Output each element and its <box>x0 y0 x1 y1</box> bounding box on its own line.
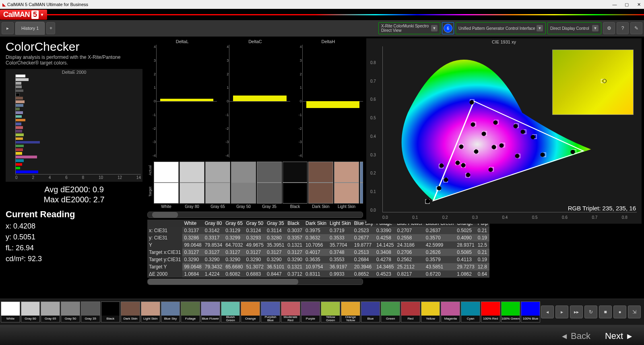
swatch-cell[interactable]: Gray 50 <box>231 162 256 212</box>
swatch-cell[interactable]: Gray 80 <box>180 162 204 212</box>
left-column: ColorChecker Display analysis is perform… <box>0 37 146 299</box>
palette-item[interactable]: Bluish Green <box>221 301 240 322</box>
cell: 0.2558 <box>396 234 424 241</box>
palette-item[interactable]: Blue <box>361 301 380 322</box>
cie-point <box>482 132 486 136</box>
tick: 0.8 <box>622 215 627 220</box>
palette-item[interactable]: Red <box>401 301 420 322</box>
palette-item[interactable]: Yellow <box>421 301 440 322</box>
export-button[interactable]: ⇲ <box>628 306 641 318</box>
cell: 1.0862 <box>455 270 476 278</box>
swatch-cell[interactable]: Gray 35 <box>257 162 282 212</box>
de2000-bar <box>16 97 23 100</box>
record-button[interactable]: ● <box>613 306 626 318</box>
swatch-cell[interactable]: Light Skin <box>334 162 359 212</box>
help-button[interactable]: ? <box>617 22 629 34</box>
source-combo[interactable]: X-Rite ColorMunki SpectroDirect View ▼ <box>378 22 440 34</box>
tick: 0.7 <box>592 215 597 220</box>
palette-item[interactable]: Blue Flower <box>201 301 220 322</box>
cell: 42.5999 <box>424 241 455 249</box>
play-button[interactable]: ▸ <box>555 306 568 318</box>
cell: 0.2684 <box>353 256 375 263</box>
palette-item[interactable]: 100% Red <box>481 301 500 322</box>
palette-item[interactable]: Purple <box>301 301 320 322</box>
cell: 49.9675 <box>245 241 265 249</box>
swatch-actual <box>180 162 204 183</box>
palette-item[interactable]: Gray 35 <box>81 301 100 322</box>
chevron-down-icon: ▼ <box>40 12 44 17</box>
tick: 6 <box>65 175 68 182</box>
tick: 3 <box>149 58 156 62</box>
palette-item[interactable]: Moderate Red <box>281 301 300 322</box>
palette-item[interactable]: Gray 50 <box>61 301 80 322</box>
deltaH-chart: DeltaH 43210-1-2-3-4 <box>293 38 363 159</box>
app-logo[interactable]: CalMAN5 ▼ <box>0 10 47 20</box>
cie-point <box>426 199 430 203</box>
palette-item[interactable]: Green <box>381 301 400 322</box>
palette-item[interactable]: Black <box>101 301 120 322</box>
maximize-button[interactable]: ▢ <box>624 2 630 7</box>
cell: 0.3579 <box>424 256 455 263</box>
prev-button[interactable]: ◂ <box>541 306 554 318</box>
minimize-button[interactable]: — <box>612 2 617 7</box>
palette-item[interactable]: White <box>1 301 20 322</box>
settings-button[interactable]: ⚙ <box>603 22 615 34</box>
swatch-scrollbar[interactable] <box>147 212 363 218</box>
cell: 0.5085 <box>455 249 476 256</box>
palette-label: Gray 80 <box>21 316 40 322</box>
center-column: DeltaL 43210-1-2-3-4 DeltaC 43210-1-2-3-… <box>146 37 363 299</box>
next-button[interactable]: ▸▸ <box>570 306 583 318</box>
de2000-bar <box>16 163 22 166</box>
tick: 0.3 <box>472 215 478 220</box>
palette-item[interactable]: Light Skin <box>141 301 160 322</box>
palette-item[interactable]: Dark Skin <box>121 301 140 322</box>
table-scrollbar[interactable] <box>147 278 363 285</box>
col-header: White <box>182 220 203 227</box>
palette-item[interactable]: 100% Green <box>501 301 520 322</box>
max-value: 2.7 <box>93 195 105 204</box>
palette-item[interactable]: Gray 80 <box>21 301 40 322</box>
palette-label: 100% Green <box>502 316 520 322</box>
palette-item[interactable]: Foliage <box>181 301 200 322</box>
swatch-cell[interactable]: Black <box>283 162 308 212</box>
palette-item[interactable]: Blue Sky <box>161 301 180 322</box>
palette-item[interactable]: Orange Yellow <box>341 301 360 322</box>
de2000-bar <box>16 126 23 129</box>
question-icon: ? <box>621 25 624 31</box>
swatch-cell[interactable]: Dark Skin <box>308 162 333 212</box>
swatch-cell[interactable]: White <box>154 162 179 212</box>
stop-button[interactable]: ■ <box>599 306 612 318</box>
swatch-cell[interactable]: Gray 65 <box>205 162 230 212</box>
palette-label: Purple <box>301 316 320 322</box>
notes-button[interactable]: ✎ <box>630 22 642 34</box>
cell: 0.19 <box>476 234 489 241</box>
display-combo[interactable]: Direct Display Control▼ <box>547 22 601 34</box>
de2000-chart: DeltaE 2000 02468101214 <box>6 69 142 182</box>
source-count-badge[interactable]: 6 <box>442 22 454 34</box>
palette-item[interactable]: 100% Blue <box>521 301 540 322</box>
next-button[interactable]: Next► <box>599 328 639 344</box>
pattern-combo[interactable]: Unified Pattern Generator Control Interf… <box>456 22 546 34</box>
menu-toggle-button[interactable]: ▸ <box>2 22 14 34</box>
palette-item[interactable]: Purplish Blue <box>261 301 280 322</box>
palette-item[interactable]: Yellow Green <box>321 301 340 322</box>
add-tab-button[interactable]: + <box>46 22 55 34</box>
col-header: Gray 50 <box>245 220 265 227</box>
swatch-cell[interactable]: Blue <box>360 162 363 212</box>
repeat-button[interactable]: ↻ <box>584 306 597 318</box>
main-content: ColorChecker Display analysis is perform… <box>0 37 644 299</box>
palette-swatch <box>261 302 280 316</box>
cell: 1.0684 <box>182 270 203 278</box>
history-tab[interactable]: History 1 <box>15 22 45 35</box>
cell: 0.8652 <box>353 270 375 278</box>
palette-label: 100% Blue <box>521 316 540 322</box>
palette-item[interactable]: Cyan <box>461 301 480 322</box>
palette-item[interactable]: Orange <box>241 301 260 322</box>
close-button[interactable]: ✕ <box>636 2 642 7</box>
tick: 4 <box>221 45 229 49</box>
palette-item[interactable]: Gray 65 <box>41 301 60 322</box>
back-button[interactable]: ◄Back <box>555 328 596 344</box>
palette-label: Moderate Red <box>281 316 300 322</box>
palette-item[interactable]: Magenta <box>441 301 460 322</box>
deltaL-chart: DeltaL 43210-1-2-3-4 <box>147 38 217 159</box>
